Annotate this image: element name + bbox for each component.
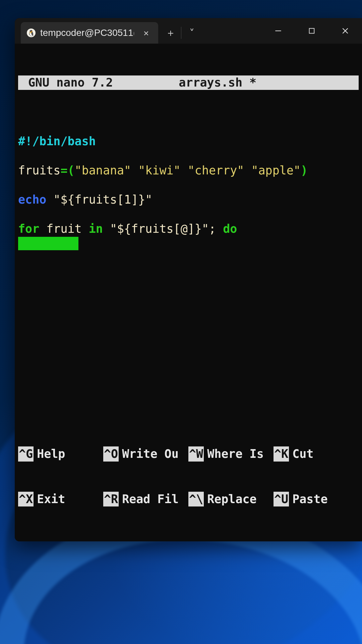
code-sp	[244, 164, 251, 177]
nano-shortcuts: ^GHelp ^OWrite Ou ^WWhere Is ^KCut ^XExi…	[18, 417, 359, 537]
shortcut-key: ^\	[188, 492, 204, 507]
code-do: do	[223, 222, 237, 235]
shortcut-writeout[interactable]: ^OWrite Ou	[103, 446, 188, 462]
code-str1: "banana"	[75, 164, 131, 177]
shortcut-key: ^O	[103, 446, 119, 462]
shortcut-label: Replace	[207, 492, 257, 507]
active-tab[interactable]: 🐧 tempcoder@PC30511( ✕	[21, 22, 158, 44]
shortcut-label: Read Fil	[122, 492, 179, 507]
cursor	[18, 237, 78, 250]
editor-content[interactable]: #!/bin/bash fruits=("banana" "kiwi" "che…	[18, 133, 359, 251]
shortcut-key: ^R	[103, 492, 119, 507]
tab-actions: ＋ ˅	[158, 22, 204, 44]
code-sp	[181, 164, 188, 177]
svg-rect-1	[309, 29, 314, 34]
code-var: fruits	[18, 164, 60, 177]
code-close-paren: )	[301, 164, 308, 177]
shortcut-label: Where Is	[207, 446, 264, 462]
window-controls	[261, 18, 362, 44]
code-eq-open: =(	[60, 164, 74, 177]
shortcut-key: ^W	[188, 446, 204, 462]
code-in: in	[89, 222, 103, 235]
close-window-button[interactable]	[328, 18, 362, 44]
code-str4: "apple"	[251, 164, 301, 177]
shortcut-key: ^K	[274, 446, 289, 462]
shortcut-key: ^U	[274, 492, 289, 507]
maximize-icon	[308, 27, 315, 35]
shortcut-readfile[interactable]: ^RRead Fil	[103, 492, 188, 507]
minimize-icon	[274, 26, 283, 35]
nano-header: GNU nano 7.2 arrays.sh *	[18, 75, 359, 90]
code-shebang: #!/bin/bash	[18, 135, 96, 148]
code-echo: echo	[18, 193, 46, 206]
shortcut-label: Cut	[292, 446, 313, 462]
shortcut-paste[interactable]: ^UPaste	[274, 492, 359, 507]
code-for-var: fruit	[39, 222, 89, 235]
tab-title: tempcoder@PC30511(	[40, 28, 134, 38]
code-sp	[131, 164, 138, 177]
nano-filename: arrays.sh *	[179, 75, 349, 90]
divider	[181, 27, 181, 39]
close-tab-button[interactable]: ✕	[141, 28, 151, 38]
code-for: for	[18, 222, 39, 235]
shortcut-label: Exit	[37, 492, 65, 507]
tab-dropdown-button[interactable]: ˅	[184, 25, 199, 41]
shortcut-row-2: ^XExit ^RRead Fil ^\Replace ^UPaste	[18, 492, 359, 507]
new-tab-button[interactable]: ＋	[163, 25, 178, 41]
shortcut-label: Write Ou	[122, 446, 179, 462]
shortcut-replace[interactable]: ^\Replace	[188, 492, 274, 507]
code-str2: "kiwi"	[138, 164, 180, 177]
maximize-button[interactable]	[295, 18, 328, 44]
shortcut-key: ^X	[18, 492, 34, 507]
terminal-body[interactable]: GNU nano 7.2 arrays.sh * #!/bin/bash fru…	[15, 44, 362, 541]
shortcut-label: Paste	[292, 492, 327, 507]
minimize-button[interactable]	[261, 18, 295, 44]
code-for-list: "${fruits[@]}";	[103, 222, 223, 235]
shortcut-help[interactable]: ^GHelp	[18, 446, 103, 462]
close-icon	[341, 26, 350, 35]
titlebar: 🐧 tempcoder@PC30511( ✕ ＋ ˅	[15, 18, 362, 44]
shortcut-exit[interactable]: ^XExit	[18, 492, 103, 507]
shortcut-cut[interactable]: ^KCut	[274, 446, 359, 462]
code-str3: "cherry"	[188, 164, 244, 177]
shortcut-whereis[interactable]: ^WWhere Is	[188, 446, 274, 462]
terminal-window: 🐧 tempcoder@PC30511( ✕ ＋ ˅ GNU nano 7.2 …	[15, 18, 362, 541]
shortcut-row-1: ^GHelp ^OWrite Ou ^WWhere Is ^KCut	[18, 446, 359, 462]
shortcut-key: ^G	[18, 446, 34, 462]
tux-icon: 🐧	[27, 29, 36, 37]
nano-app-name: GNU nano 7.2	[28, 75, 179, 90]
code-echo-arg: "${fruits[1]}"	[46, 193, 152, 206]
shortcut-label: Help	[37, 446, 65, 462]
